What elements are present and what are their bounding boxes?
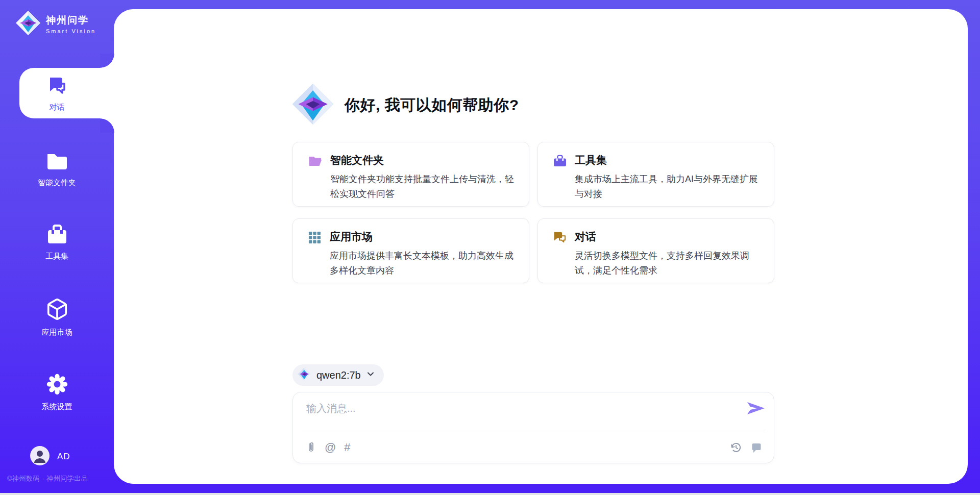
chat-icon xyxy=(46,75,68,99)
sidebar-item-smart-folder[interactable]: 智能文件夹 xyxy=(0,151,114,188)
brand-name-cn: 神州问学 xyxy=(46,14,96,27)
topic-icon[interactable]: # xyxy=(344,442,350,453)
card-desc: 灵活切换多模型文件，支持多样回复效果调试，满足个性化需求 xyxy=(575,249,762,278)
card-smart-folder[interactable]: 智能文件夹 智能文件夹功能支持批量文件上传与清洗，轻松实现文件问答 xyxy=(292,142,529,207)
feature-cards: 智能文件夹 智能文件夹功能支持批量文件上传与清洗，轻松实现文件问答 工具集 集成… xyxy=(292,142,774,283)
card-desc: 智能文件夹功能支持批量文件上传与清洗，轻松实现文件问答 xyxy=(330,172,517,202)
toolbox-icon xyxy=(46,224,68,247)
greeting: 你好, 我可以如何帮助你? xyxy=(291,83,519,128)
user-initials: AD xyxy=(57,452,70,462)
conversation-icon[interactable] xyxy=(750,441,763,454)
sidebar-item-label: 智能文件夹 xyxy=(38,178,76,188)
sidebar-item-label: 应用市场 xyxy=(42,328,72,337)
tab-fillet-top xyxy=(100,54,114,68)
model-diamond-icon xyxy=(298,367,311,383)
card-toolset[interactable]: 工具集 集成市场上主流工具，助力AI与外界无缝扩展与对接 xyxy=(537,142,774,207)
brand-name-en: Smart Vision xyxy=(46,28,96,34)
card-title: 应用市场 xyxy=(330,230,517,244)
sidebar-item-toolset[interactable]: 工具集 xyxy=(0,224,114,261)
sidebar-item-chat[interactable]: 对话 xyxy=(0,75,114,112)
chevron-down-icon xyxy=(366,370,375,380)
model-name: qwen2:7b xyxy=(316,369,361,381)
card-app-market[interactable]: 应用市场 应用市场提供丰富长文本模板，助力高效生成多样化文章内容 xyxy=(292,218,529,283)
folder-open-icon xyxy=(308,155,322,206)
sidebar-item-settings[interactable]: 系统设置 xyxy=(0,373,114,412)
brand-logo: 神州问学 Smart Vision xyxy=(15,10,96,38)
copyright-footer: ©神州数码 · 神州问学出品 xyxy=(7,474,114,483)
sidebar-item-app-market[interactable]: 应用市场 xyxy=(0,298,114,337)
greeting-title: 你好, 我可以如何帮助你? xyxy=(345,95,519,116)
history-icon[interactable] xyxy=(730,441,742,454)
card-title: 智能文件夹 xyxy=(330,153,517,167)
model-selector[interactable]: qwen2:7b xyxy=(292,364,384,386)
tab-fillet-bottom xyxy=(100,118,114,133)
sidebar-item-label: 工具集 xyxy=(45,252,68,261)
card-chat[interactable]: 对话 灵活切换多模型文件，支持多样回复效果调试，满足个性化需求 xyxy=(537,218,774,283)
assistant-diamond-icon xyxy=(291,83,334,128)
attachment-icon[interactable] xyxy=(305,441,316,454)
window-bottom-edge xyxy=(0,493,980,495)
chat-icon xyxy=(553,231,567,283)
user-account[interactable]: AD xyxy=(30,446,70,467)
card-title: 工具集 xyxy=(575,153,762,167)
composer-divider xyxy=(302,432,765,432)
folder-icon xyxy=(45,151,69,174)
card-desc: 集成市场上主流工具，助力AI与外界无缝扩展与对接 xyxy=(575,172,762,202)
cube-icon xyxy=(45,298,69,323)
brand-diamond-icon xyxy=(15,10,41,38)
card-title: 对话 xyxy=(575,230,762,244)
avatar xyxy=(30,446,50,467)
gear-icon xyxy=(46,373,68,398)
grid-icon xyxy=(308,231,322,283)
message-input[interactable] xyxy=(306,400,745,417)
sidebar-item-label: 系统设置 xyxy=(42,402,72,412)
send-icon[interactable] xyxy=(746,401,766,416)
sidebar-item-label: 对话 xyxy=(50,103,65,112)
mention-icon[interactable]: @ xyxy=(325,442,336,453)
message-composer: @ # xyxy=(292,392,774,463)
card-desc: 应用市场提供丰富长文本模板，助力高效生成多样化文章内容 xyxy=(330,249,517,278)
toolbox-icon xyxy=(553,155,567,206)
